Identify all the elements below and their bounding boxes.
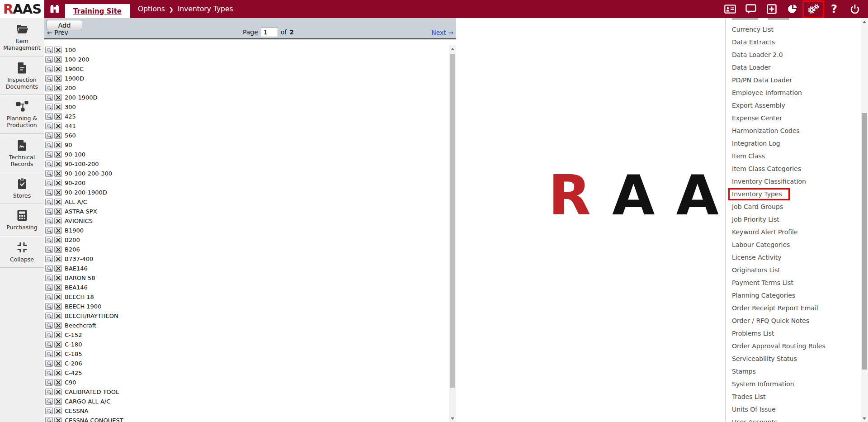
delete-x-icon[interactable]: [54, 265, 62, 272]
view-magnifier-icon[interactable]: [45, 379, 53, 386]
view-magnifier-icon[interactable]: [45, 284, 53, 291]
delete-x-icon[interactable]: [54, 379, 62, 386]
view-magnifier-icon[interactable]: [45, 313, 53, 319]
view-magnifier-icon[interactable]: [45, 332, 53, 338]
delete-x-icon[interactable]: [54, 256, 62, 262]
delete-x-icon[interactable]: [54, 360, 62, 367]
menu-item-originators-list[interactable]: Originators List: [726, 264, 868, 276]
view-magnifier-icon[interactable]: [45, 303, 53, 310]
next-page-link[interactable]: Next →: [431, 29, 453, 36]
delete-x-icon[interactable]: [54, 180, 62, 186]
sidebar-item-stores[interactable]: Stores: [0, 172, 44, 204]
delete-x-icon[interactable]: [54, 104, 62, 110]
delete-x-icon[interactable]: [54, 389, 62, 395]
view-magnifier-icon[interactable]: [45, 75, 53, 82]
sidebar-item-technical-records[interactable]: Technical Records: [0, 134, 44, 173]
binoculars-icon[interactable]: [44, 0, 65, 18]
view-magnifier-icon[interactable]: [45, 170, 53, 177]
menu-item-pd-pn-data-loader[interactable]: PD/PN Data Loader: [726, 74, 868, 86]
view-magnifier-icon[interactable]: [45, 113, 53, 120]
view-magnifier-icon[interactable]: [45, 246, 53, 253]
view-magnifier-icon[interactable]: [45, 237, 53, 243]
menu-item-serviceability-status[interactable]: Serviceability Status: [726, 352, 868, 365]
view-magnifier-icon[interactable]: [45, 132, 53, 139]
menu-item-inventory-types[interactable]: 1Inventory Types: [726, 188, 868, 200]
sidebar-item-collapse[interactable]: Collapse: [0, 236, 44, 268]
menu-item-data-loader-2-0[interactable]: Data Loader 2.0: [726, 48, 868, 61]
delete-x-icon[interactable]: [54, 417, 62, 422]
menu-scrollbar[interactable]: [861, 18, 868, 422]
menu-item-employee-information[interactable]: Employee Information: [726, 86, 868, 99]
view-magnifier-icon[interactable]: [45, 265, 53, 272]
view-magnifier-icon[interactable]: [45, 227, 53, 234]
view-magnifier-icon[interactable]: [45, 85, 53, 91]
menu-item-payment-terms-list[interactable]: Payment Terms List: [726, 276, 868, 289]
delete-x-icon[interactable]: [54, 161, 62, 167]
delete-x-icon[interactable]: [54, 56, 62, 63]
sidebar-item-purchasing[interactable]: Purchasing: [0, 204, 44, 236]
menu-item-order-rfq-quick-notes[interactable]: Order / RFQ Quick Notes: [726, 314, 868, 327]
menu-item-inventory-classification[interactable]: Inventory Classification: [726, 175, 868, 188]
delete-x-icon[interactable]: [54, 170, 62, 177]
delete-x-icon[interactable]: [54, 113, 62, 120]
delete-x-icon[interactable]: [54, 275, 62, 281]
delete-x-icon[interactable]: [54, 66, 62, 72]
view-magnifier-icon[interactable]: [45, 389, 53, 395]
view-magnifier-icon[interactable]: [45, 398, 53, 405]
view-magnifier-icon[interactable]: [45, 360, 53, 367]
menu-item-license-activity[interactable]: License Activity: [726, 251, 868, 264]
view-magnifier-icon[interactable]: [45, 370, 53, 376]
view-magnifier-icon[interactable]: [45, 56, 53, 63]
view-magnifier-icon[interactable]: [45, 199, 53, 205]
sidebar-item-planning-production[interactable]: Planning & Production: [0, 95, 44, 134]
user-card-icon[interactable]: [723, 0, 737, 18]
delete-x-icon[interactable]: [54, 284, 62, 291]
view-magnifier-icon[interactable]: [45, 180, 53, 186]
scroll-up-arrow-icon[interactable]: [449, 45, 456, 52]
delete-x-icon[interactable]: [54, 199, 62, 205]
delete-x-icon[interactable]: [54, 322, 62, 329]
menu-item-user-accounts[interactable]: User Accounts: [726, 416, 868, 422]
delete-x-icon[interactable]: [54, 75, 62, 82]
menu-item-job-card-groups[interactable]: Job Card Groups: [726, 200, 868, 213]
scroll-down-arrow-icon[interactable]: [861, 415, 868, 422]
delete-x-icon[interactable]: [54, 313, 62, 319]
menu-item-planning-categories[interactable]: Planning Categories: [726, 289, 868, 302]
view-magnifier-icon[interactable]: [45, 94, 53, 101]
menu-scrollbar-thumb[interactable]: [862, 113, 867, 370]
delete-x-icon[interactable]: [54, 246, 62, 253]
menu-item-harmonization-codes[interactable]: Harmonization Codes: [726, 124, 868, 137]
delete-x-icon[interactable]: [54, 208, 62, 215]
delete-x-icon[interactable]: [54, 408, 62, 414]
sidebar-item-inspection-documents[interactable]: Inspection Documents: [0, 57, 44, 95]
delete-x-icon[interactable]: [54, 227, 62, 234]
delete-x-icon[interactable]: [54, 189, 62, 196]
menu-item-data-loader[interactable]: Data Loader: [726, 61, 868, 74]
view-magnifier-icon[interactable]: [45, 256, 53, 262]
list-scrollbar[interactable]: [449, 45, 456, 422]
pie-chart-icon[interactable]: [786, 0, 799, 18]
view-magnifier-icon[interactable]: [45, 408, 53, 414]
menu-item-labour-categories[interactable]: Labour Categories: [726, 238, 868, 251]
view-magnifier-icon[interactable]: [45, 104, 53, 110]
view-magnifier-icon[interactable]: [45, 123, 53, 129]
view-magnifier-icon[interactable]: [45, 322, 53, 329]
delete-x-icon[interactable]: [54, 123, 62, 129]
menu-item-data-extracts[interactable]: Data Extracts: [726, 36, 868, 48]
delete-x-icon[interactable]: [54, 151, 62, 158]
help-icon[interactable]: ?: [827, 0, 841, 18]
delete-x-icon[interactable]: [54, 85, 62, 91]
menu-item-item-class[interactable]: Item Class: [726, 150, 868, 162]
menu-item-units-of-issue[interactable]: Units Of Issue: [726, 403, 868, 416]
tab-training-site[interactable]: Training Site: [65, 4, 130, 18]
delete-x-icon[interactable]: [54, 218, 62, 224]
view-magnifier-icon[interactable]: [45, 218, 53, 224]
delete-x-icon[interactable]: [54, 351, 62, 357]
delete-x-icon[interactable]: [54, 341, 62, 348]
chat-icon[interactable]: [744, 0, 758, 18]
menu-item-stamps[interactable]: Stamps: [726, 365, 868, 378]
view-magnifier-icon[interactable]: [45, 66, 53, 72]
scroll-up-arrow-icon[interactable]: [861, 18, 868, 25]
view-magnifier-icon[interactable]: [45, 142, 53, 148]
view-magnifier-icon[interactable]: [45, 161, 53, 167]
